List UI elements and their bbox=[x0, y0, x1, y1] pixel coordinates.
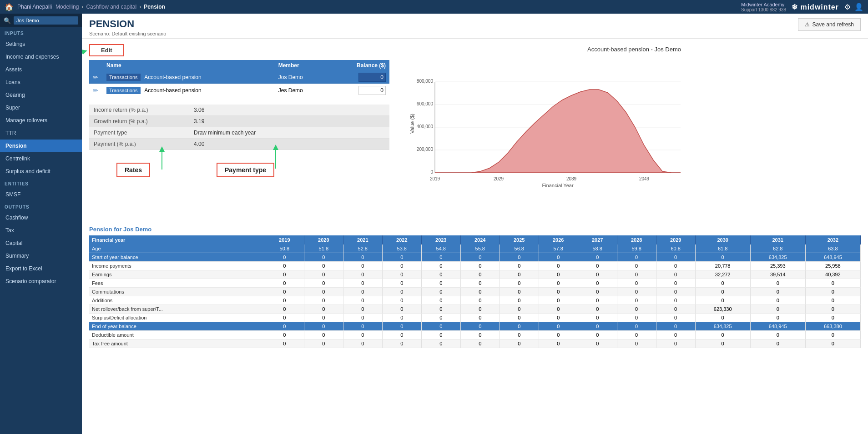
cell-value: 0 bbox=[539, 331, 578, 339]
cell-value: 0 bbox=[500, 253, 539, 262]
sidebar-item-export[interactable]: Export to Excel bbox=[0, 262, 82, 275]
transactions-button[interactable]: Transactions bbox=[106, 87, 141, 94]
edit-pencil-icon[interactable]: ✏ bbox=[93, 74, 98, 81]
sidebar-item-scenario[interactable]: Scenario comparator bbox=[0, 275, 82, 288]
chart-area-path bbox=[435, 90, 681, 173]
pension-name: Account-based pension bbox=[144, 74, 201, 80]
chart-title: Account-based pension - Jos Demo bbox=[408, 46, 861, 53]
sidebar-item-smsf[interactable]: SMSF bbox=[0, 188, 82, 201]
col-header-year: 2023 bbox=[421, 235, 460, 244]
cell-value: 0 bbox=[750, 339, 805, 348]
sidebar-item-pension[interactable]: Pension bbox=[0, 140, 82, 152]
edit-button[interactable]: Edit bbox=[89, 44, 124, 56]
sidebar-item-gearing[interactable]: Gearing bbox=[0, 89, 82, 101]
breadcrumb-modelling[interactable]: Modelling bbox=[56, 4, 79, 10]
cell-value: 0 bbox=[343, 339, 382, 348]
home-icon[interactable]: 🏠 bbox=[5, 3, 14, 11]
cell-value: 0 bbox=[265, 253, 304, 262]
sidebar-item-super[interactable]: Super bbox=[0, 101, 82, 114]
row-label: Net rollover/back from super/T... bbox=[89, 305, 265, 314]
row-label: Tax free amount bbox=[89, 339, 265, 348]
sidebar-item-summary[interactable]: Summary bbox=[0, 249, 82, 262]
data-table-scroll[interactable]: Financial year20192020202120222023202420… bbox=[89, 235, 861, 348]
cell-value: 59.8 bbox=[617, 244, 656, 253]
data-table: Financial year20192020202120222023202420… bbox=[89, 235, 861, 348]
cell-value: 0 bbox=[578, 262, 617, 270]
cell-value: 0 bbox=[460, 279, 500, 288]
sidebar-item-centrelink[interactable]: Centrelink bbox=[0, 152, 82, 165]
cell-value: 634,825 bbox=[695, 322, 750, 331]
cell-value: 0 bbox=[500, 322, 539, 331]
balance-input[interactable] bbox=[358, 86, 386, 95]
right-panel: Account-based pension - Jos Demo Value (… bbox=[408, 44, 861, 189]
cell-value: 0 bbox=[539, 288, 578, 296]
cell-value: 58.8 bbox=[578, 244, 617, 253]
cell-value: 0 bbox=[421, 339, 460, 348]
cell-value: 0 bbox=[539, 305, 578, 314]
cell-value: 0 bbox=[539, 314, 578, 322]
cell-value: 0 bbox=[304, 288, 343, 296]
cell-value: 55.8 bbox=[460, 244, 500, 253]
cell-value: 0 bbox=[421, 279, 460, 288]
rates-label: Rates bbox=[116, 163, 150, 177]
sidebar-item-manage-rollovers[interactable]: Manage rollovers bbox=[0, 114, 82, 127]
edit-pencil-icon[interactable]: ✏ bbox=[93, 87, 98, 94]
cell-value: 0 bbox=[265, 270, 304, 279]
sidebar-item-capital[interactable]: Capital bbox=[0, 237, 82, 249]
main-layout: 🔍 INPUTS Settings Income and expenses As… bbox=[0, 14, 868, 434]
sidebar-item-assets[interactable]: Assets bbox=[0, 63, 82, 76]
transactions-button[interactable]: Transactions bbox=[106, 74, 141, 81]
table-row: Income payments0000000000020,77825,39325… bbox=[89, 262, 861, 270]
cell-value: 648,945 bbox=[750, 322, 805, 331]
sidebar-item-cashflow[interactable]: Cashflow bbox=[0, 211, 82, 224]
user-icon[interactable]: 👤 bbox=[854, 3, 863, 11]
table-row: Deductible amount00000000000000 bbox=[89, 331, 861, 339]
cell-value: 0 bbox=[617, 314, 656, 322]
cell-value: 0 bbox=[382, 279, 421, 288]
svg-text:400,000: 400,000 bbox=[417, 124, 434, 129]
col-balance: Balance ($) bbox=[328, 60, 389, 71]
cell-value: 0 bbox=[460, 331, 500, 339]
rate-label: Payment type bbox=[89, 127, 189, 139]
cell-value: 0 bbox=[265, 262, 304, 270]
pension-name: Account-based pension bbox=[144, 87, 201, 94]
cell-value: 0 bbox=[500, 279, 539, 288]
warning-icon: ⚠ bbox=[805, 21, 810, 28]
top-nav: 🏠 Phani Anepalli Modelling › Cashflow an… bbox=[0, 0, 868, 14]
cell-value: 0 bbox=[750, 279, 805, 288]
cell-value: 57.8 bbox=[539, 244, 578, 253]
sidebar-item-ttr[interactable]: TTR bbox=[0, 127, 82, 140]
pension-member: Jes Demo bbox=[275, 84, 328, 97]
cell-value: 54.8 bbox=[421, 244, 460, 253]
sidebar-item-surplus[interactable]: Surplus and deficit bbox=[0, 165, 82, 178]
page-subtitle: Scenario: Default existing scenario bbox=[89, 31, 166, 36]
cell-value: 0 bbox=[805, 288, 860, 296]
balance-input[interactable] bbox=[358, 73, 386, 82]
title-area: PENSION Scenario: Default existing scena… bbox=[89, 18, 166, 36]
cell-value: 0 bbox=[460, 305, 500, 314]
sidebar-item-income[interactable]: Income and expenses bbox=[0, 50, 82, 63]
data-table-title: Pension for Jos Demo bbox=[89, 226, 861, 233]
cell-value: 0 bbox=[265, 322, 304, 331]
cell-value: 25,958 bbox=[805, 262, 860, 270]
cell-value: 53.8 bbox=[382, 244, 421, 253]
svg-text:Value ($): Value ($) bbox=[409, 114, 415, 134]
cell-value: 0 bbox=[656, 314, 695, 322]
cell-value: 0 bbox=[421, 288, 460, 296]
pension-row[interactable]: ✏ Transactions Account-based pension Jos… bbox=[89, 71, 389, 84]
sidebar-item-loans[interactable]: Loans bbox=[0, 76, 82, 89]
pension-row[interactable]: ✏ Transactions Account-based pension Jes… bbox=[89, 84, 389, 97]
rates-row: Payment type Draw minimum each year bbox=[89, 127, 389, 139]
breadcrumb-cashflow[interactable]: Cashflow and capital bbox=[86, 4, 136, 10]
sidebar-item-settings[interactable]: Settings bbox=[0, 38, 82, 50]
sidebar-item-tax[interactable]: Tax bbox=[0, 224, 82, 237]
search-input[interactable] bbox=[14, 16, 78, 25]
cell-value: 0 bbox=[539, 253, 578, 262]
col-header-year: 2031 bbox=[750, 235, 805, 244]
data-table-section: Pension for Jos Demo Financial year20192… bbox=[89, 226, 861, 348]
gear-icon[interactable]: ⚙ bbox=[844, 3, 851, 11]
cell-value: 0 bbox=[382, 305, 421, 314]
save-refresh-button[interactable]: ⚠ Save and refresh bbox=[798, 18, 861, 31]
cell-value: 0 bbox=[656, 322, 695, 331]
cell-value: 0 bbox=[617, 296, 656, 305]
